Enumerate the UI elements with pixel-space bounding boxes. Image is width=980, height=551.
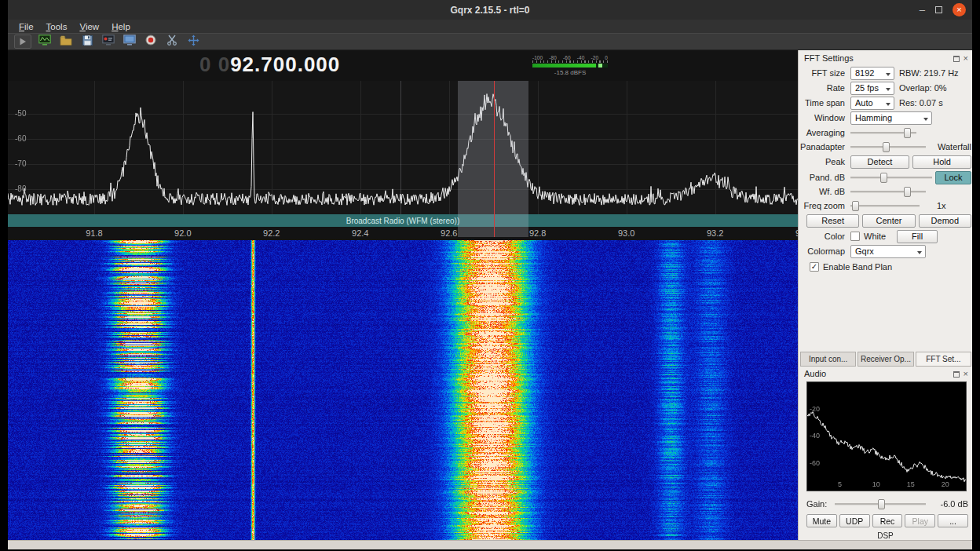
colormap-row: Colormap Gqrx xyxy=(800,244,971,258)
panadapter: Broadcast Radio (WFM (stereo)) 91.892.09… xyxy=(8,81,798,240)
screenshot-icon xyxy=(123,35,136,49)
audio-gain-row: Gain: -6.0 dB xyxy=(806,498,968,510)
white-label: White xyxy=(864,232,886,241)
dock-tabs: Input con...Receiver Op...FFT Set... xyxy=(799,352,972,367)
audio-mute-button[interactable]: Mute xyxy=(806,514,837,527)
wf-db-slider[interactable] xyxy=(850,186,926,198)
dock-close-icon[interactable]: × xyxy=(964,370,968,378)
play-icon xyxy=(19,35,27,49)
audio-freq-label: 20 xyxy=(942,480,949,488)
audio-more-button[interactable]: ... xyxy=(938,514,968,527)
float-icon[interactable] xyxy=(953,56,960,62)
audio-dock-icons: × xyxy=(953,370,968,378)
time-span-combo[interactable]: Auto xyxy=(850,97,894,110)
menu-view[interactable]: View xyxy=(73,21,105,32)
minimize-icon[interactable]: – xyxy=(920,6,925,13)
freq-axis-label: 92.6 xyxy=(441,228,457,238)
dock-tab-2[interactable]: FFT Set... xyxy=(916,352,971,367)
audio-gain-slider[interactable] xyxy=(835,498,926,510)
lock-button[interactable]: Lock xyxy=(935,171,971,184)
view-buttons-row: Reset Center Demod xyxy=(800,213,971,228)
filter-overlay[interactable] xyxy=(458,81,528,237)
slider-handle[interactable] xyxy=(880,173,887,183)
panadapter-slider[interactable] xyxy=(850,141,926,153)
peak-label: Peak xyxy=(800,157,850,166)
menu-file[interactable]: File xyxy=(13,21,40,32)
slider-handle[interactable] xyxy=(852,201,859,211)
record-audio-button[interactable] xyxy=(143,35,159,49)
save-file-icon xyxy=(82,35,93,49)
rbw-text: RBW: 219.7 Hz xyxy=(899,68,959,78)
colormap-combo[interactable]: Gqrx xyxy=(850,245,926,258)
cut-button[interactable] xyxy=(164,35,180,49)
dock-close-icon[interactable]: × xyxy=(964,55,968,62)
fill-button[interactable]: Fill xyxy=(897,230,938,243)
rate-combo[interactable]: 25 fps xyxy=(850,82,894,95)
panadapter-canvas[interactable] xyxy=(8,81,798,214)
record-audio-icon xyxy=(145,35,156,49)
titlebar[interactable]: Gqrx 2.15.5 - rtl=0 – × xyxy=(8,0,972,20)
iq-display-button[interactable] xyxy=(37,35,53,49)
rate-value: 25 fps xyxy=(855,83,879,93)
peak-detect-button[interactable]: Detect xyxy=(850,155,909,169)
screenshot-button[interactable] xyxy=(122,35,137,49)
slider-handle[interactable] xyxy=(904,187,911,197)
audio-plot: -20-40-605101520 xyxy=(806,381,967,491)
record-iq-button[interactable] xyxy=(101,35,116,49)
menu-help[interactable]: Help xyxy=(105,21,137,32)
averaging-slider[interactable] xyxy=(850,127,916,139)
center-button[interactable]: Center xyxy=(862,214,915,228)
time-span-label: Time span xyxy=(800,98,850,108)
dock-tab-0[interactable]: Input con... xyxy=(800,352,856,367)
audio-rec-button[interactable]: Rec xyxy=(872,514,903,527)
frequency-display[interactable]: 0 092.700.000 xyxy=(199,53,340,77)
demod-button[interactable]: Demod xyxy=(919,214,971,228)
freq-zoom-value: 1x xyxy=(937,201,946,210)
freq-axis-label: 92.4 xyxy=(352,228,368,238)
audio-udp-button[interactable]: UDP xyxy=(839,514,870,527)
window-combo[interactable]: Hamming xyxy=(850,111,932,125)
dock-tab-1[interactable]: Receiver Op... xyxy=(858,352,913,367)
float-icon[interactable] xyxy=(953,371,960,378)
pan-zoom-button[interactable] xyxy=(185,35,201,49)
statusbar xyxy=(8,540,972,549)
audio-play-button: Play xyxy=(905,514,935,527)
demod-label: Demod xyxy=(931,216,959,225)
peak-hold-button[interactable]: Hold xyxy=(912,155,971,169)
color-label: Color xyxy=(800,232,850,241)
frequency-axis: 91.892.092.292.492.692.893.093.293.4 xyxy=(8,227,798,240)
waterfall-canvas[interactable] xyxy=(8,240,798,540)
smeter-tick-label: -60 xyxy=(563,55,570,60)
maximize-icon[interactable] xyxy=(935,6,942,13)
slider-handle[interactable] xyxy=(883,142,890,152)
wf-db-row: Wf. dB xyxy=(800,184,971,199)
slider-handle[interactable] xyxy=(878,499,885,509)
open-file-icon xyxy=(60,35,72,49)
record-iq-icon xyxy=(102,35,115,49)
menubar: FileToolsViewHelp xyxy=(8,20,972,33)
slider-handle[interactable] xyxy=(904,128,911,138)
frequency-leading-zeros: 0 0 xyxy=(199,53,230,76)
smeter-peak-marker xyxy=(598,64,602,68)
iq-display-icon xyxy=(38,35,51,49)
open-file-button[interactable] xyxy=(58,35,74,49)
white-checkbox[interactable] xyxy=(850,232,860,241)
menu-tools[interactable]: Tools xyxy=(40,21,74,32)
freq-zoom-slider[interactable] xyxy=(850,200,920,212)
save-file-button[interactable] xyxy=(79,35,95,49)
reset-button[interactable]: Reset xyxy=(806,214,859,228)
audio-buttons: MuteUDPRecPlay... xyxy=(806,514,968,527)
bandplan-label: Broadcast Radio (WFM (stereo)) xyxy=(346,217,459,225)
db-axis-label: -60 xyxy=(15,134,26,143)
start-dsp-button[interactable] xyxy=(14,35,31,49)
peak-row: Peak Detect Hold xyxy=(800,155,971,169)
freq-zoom-label: Freq zoom xyxy=(800,201,850,210)
fft-size-combo[interactable]: 8192 xyxy=(850,67,894,80)
close-icon[interactable]: × xyxy=(953,3,966,16)
enable-band-plan-checkbox[interactable] xyxy=(810,262,819,272)
pand-db-slider[interactable] xyxy=(850,172,932,184)
rate-row: Rate 25 fps Overlap: 0% xyxy=(800,81,971,95)
tuning-line[interactable] xyxy=(494,81,495,237)
colormap-value: Gqrx xyxy=(855,246,874,256)
window-row: Window Hamming xyxy=(800,111,971,125)
